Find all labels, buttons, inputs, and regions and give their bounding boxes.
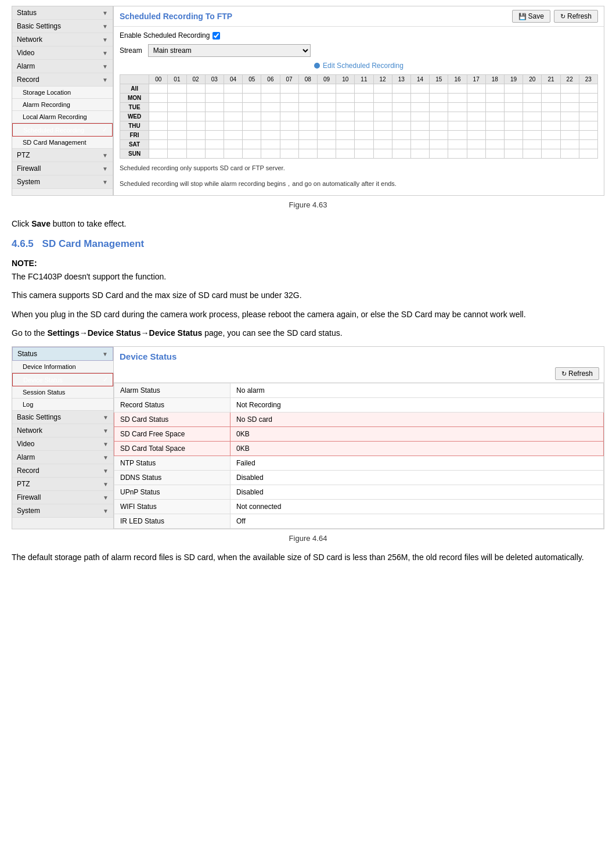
grid-cell-all-4[interactable] xyxy=(224,84,242,94)
grid-cell-fri-0[interactable] xyxy=(149,131,168,140)
grid-cell-fri-6[interactable] xyxy=(261,131,280,140)
grid-cell-tue-2[interactable] xyxy=(186,103,205,112)
grid-cell-thu-16[interactable] xyxy=(448,121,467,131)
grid-cell-tue-4[interactable] xyxy=(224,103,242,112)
grid-cell-thu-15[interactable] xyxy=(430,121,448,131)
grid-cell-wed-20[interactable] xyxy=(523,112,542,121)
sidebar2-item-basic-settings[interactable]: Basic Settings ▼ xyxy=(12,411,113,424)
grid-cell-sat-5[interactable] xyxy=(243,140,261,149)
refresh-button2[interactable]: ↻ Refresh xyxy=(555,367,599,380)
grid-cell-thu-9[interactable] xyxy=(317,121,336,131)
grid-cell-sat-21[interactable] xyxy=(542,140,560,149)
sidebar2-item-firewall[interactable]: Firewall ▼ xyxy=(12,491,113,504)
sidebar-item-system[interactable]: System ▼ xyxy=(12,175,113,189)
grid-cell-thu-2[interactable] xyxy=(186,121,205,131)
grid-cell-sun-20[interactable] xyxy=(523,149,542,159)
grid-cell-mon-19[interactable] xyxy=(504,94,523,103)
grid-cell-all-14[interactable] xyxy=(410,84,429,94)
grid-cell-sun-0[interactable] xyxy=(149,149,168,159)
grid-cell-tue-14[interactable] xyxy=(410,103,429,112)
grid-cell-sat-4[interactable] xyxy=(224,140,242,149)
grid-cell-sat-0[interactable] xyxy=(149,140,168,149)
grid-cell-sat-9[interactable] xyxy=(317,140,336,149)
grid-cell-sun-8[interactable] xyxy=(298,149,317,159)
grid-cell-tue-17[interactable] xyxy=(467,103,485,112)
grid-cell-wed-6[interactable] xyxy=(261,112,280,121)
grid-cell-wed-19[interactable] xyxy=(504,112,523,121)
grid-cell-tue-19[interactable] xyxy=(504,103,523,112)
grid-cell-mon-18[interactable] xyxy=(485,94,504,103)
grid-cell-wed-16[interactable] xyxy=(448,112,467,121)
sidebar-item-alarm-recording[interactable]: Alarm Recording xyxy=(12,99,113,111)
grid-cell-tue-6[interactable] xyxy=(261,103,280,112)
grid-cell-tue-3[interactable] xyxy=(205,103,224,112)
grid-cell-all-20[interactable] xyxy=(523,84,542,94)
grid-cell-all-12[interactable] xyxy=(373,84,392,94)
sidebar2-item-alarm[interactable]: Alarm ▼ xyxy=(12,451,113,464)
grid-cell-mon-17[interactable] xyxy=(467,94,485,103)
grid-cell-sun-21[interactable] xyxy=(542,149,560,159)
grid-cell-sun-23[interactable] xyxy=(579,149,597,159)
grid-cell-sun-1[interactable] xyxy=(168,149,186,159)
grid-cell-all-2[interactable] xyxy=(186,84,205,94)
grid-cell-wed-12[interactable] xyxy=(373,112,392,121)
grid-cell-sun-10[interactable] xyxy=(336,149,355,159)
grid-cell-sun-2[interactable] xyxy=(186,149,205,159)
grid-cell-all-9[interactable] xyxy=(317,84,336,94)
sidebar2-item-network[interactable]: Network ▼ xyxy=(12,424,113,438)
sidebar-item-status[interactable]: Status ▼ xyxy=(12,6,113,20)
grid-cell-wed-8[interactable] xyxy=(298,112,317,121)
grid-cell-thu-17[interactable] xyxy=(467,121,485,131)
grid-cell-wed-13[interactable] xyxy=(392,112,410,121)
save-button[interactable]: 💾 Save xyxy=(512,10,550,23)
stream-select[interactable]: Main stream xyxy=(148,44,311,57)
grid-cell-fri-13[interactable] xyxy=(392,131,410,140)
grid-cell-thu-22[interactable] xyxy=(560,121,579,131)
grid-cell-sat-8[interactable] xyxy=(298,140,317,149)
refresh-button[interactable]: ↻ Refresh xyxy=(554,10,598,23)
grid-cell-fri-20[interactable] xyxy=(523,131,542,140)
grid-cell-sat-13[interactable] xyxy=(392,140,410,149)
grid-cell-mon-3[interactable] xyxy=(205,94,224,103)
grid-cell-thu-8[interactable] xyxy=(298,121,317,131)
grid-cell-sun-19[interactable] xyxy=(504,149,523,159)
grid-cell-mon-13[interactable] xyxy=(392,94,410,103)
grid-cell-wed-14[interactable] xyxy=(410,112,429,121)
grid-cell-all-6[interactable] xyxy=(261,84,280,94)
grid-cell-sun-16[interactable] xyxy=(448,149,467,159)
grid-cell-thu-5[interactable] xyxy=(243,121,261,131)
grid-cell-mon-7[interactable] xyxy=(280,94,298,103)
grid-cell-sat-12[interactable] xyxy=(373,140,392,149)
grid-cell-thu-20[interactable] xyxy=(523,121,542,131)
grid-cell-mon-22[interactable] xyxy=(560,94,579,103)
sidebar-item-record[interactable]: Record ▼ xyxy=(12,73,113,87)
grid-cell-fri-15[interactable] xyxy=(430,131,448,140)
grid-cell-thu-14[interactable] xyxy=(410,121,429,131)
grid-cell-tue-11[interactable] xyxy=(355,103,373,112)
grid-cell-all-11[interactable] xyxy=(355,84,373,94)
grid-cell-tue-20[interactable] xyxy=(523,103,542,112)
sidebar-item-local-alarm-recording[interactable]: Local Alarm Recording xyxy=(12,111,113,123)
sidebar-item-scheduled-recording[interactable]: Scheduled Recording ✓ xyxy=(12,123,113,137)
grid-cell-sat-14[interactable] xyxy=(410,140,429,149)
grid-cell-all-22[interactable] xyxy=(560,84,579,94)
grid-cell-sat-22[interactable] xyxy=(560,140,579,149)
sidebar-item-sd-card-mgmt[interactable]: SD Card Management xyxy=(12,137,113,149)
grid-cell-fri-19[interactable] xyxy=(504,131,523,140)
grid-cell-sun-15[interactable] xyxy=(430,149,448,159)
grid-cell-fri-11[interactable] xyxy=(355,131,373,140)
grid-cell-sat-6[interactable] xyxy=(261,140,280,149)
grid-cell-wed-18[interactable] xyxy=(485,112,504,121)
grid-cell-fri-4[interactable] xyxy=(224,131,242,140)
grid-cell-thu-10[interactable] xyxy=(336,121,355,131)
grid-cell-wed-10[interactable] xyxy=(336,112,355,121)
grid-cell-sat-7[interactable] xyxy=(280,140,298,149)
sidebar2-item-session-status[interactable]: Session Status xyxy=(12,386,113,399)
grid-cell-tue-12[interactable] xyxy=(373,103,392,112)
grid-cell-sun-4[interactable] xyxy=(224,149,242,159)
grid-cell-all-3[interactable] xyxy=(205,84,224,94)
grid-cell-sat-20[interactable] xyxy=(523,140,542,149)
grid-cell-mon-16[interactable] xyxy=(448,94,467,103)
grid-cell-thu-18[interactable] xyxy=(485,121,504,131)
grid-cell-mon-20[interactable] xyxy=(523,94,542,103)
